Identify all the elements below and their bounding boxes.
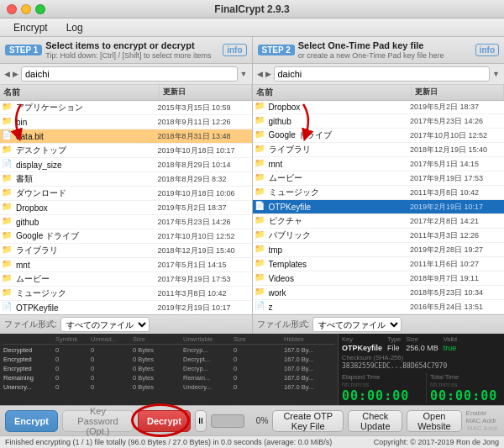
stat-cell: 0 Bytes (133, 383, 183, 391)
list-item[interactable]: 📁パブリック2011年3月3日 12:26 (253, 229, 505, 243)
list-item[interactable]: 📁mnt2017年5月1日 14:15 (0, 258, 252, 272)
list-item[interactable]: 📁ピクチャ2017年2月8日 14:21 (253, 214, 505, 229)
list-item[interactable]: 📁Dropbox2019年5月2日 18:37 (253, 101, 505, 114)
folder-icon: 📁 (2, 102, 13, 113)
file-date: 2019年2月28日 19:27 (410, 245, 502, 256)
step2-type-select[interactable]: すべてのファイル (312, 317, 402, 332)
key-password-button[interactable]: Key Password (Opt.) (62, 410, 134, 432)
step2-forward-icon[interactable]: ▶ (265, 70, 271, 78)
folder-icon: 📁 (2, 245, 13, 256)
file-icon: 📄 (2, 130, 13, 142)
decrypt-button[interactable]: Decrypt (138, 410, 191, 432)
stat-cell: 167.0 By... (284, 356, 334, 363)
list-item[interactable]: 📄OTPKeyfile2019年2月19日 10:17 (253, 200, 505, 214)
file-date: 2011年3月8日 10:42 (158, 288, 250, 299)
step1-location-bar: ◀ ▶ ▼ (0, 64, 252, 85)
list-item[interactable]: 📄OTPKeyfile2019年2月19日 10:17 (0, 301, 252, 314)
file-date: 2019年10月18日 10:06 (158, 188, 250, 199)
key-size-value: 256.0 MB (406, 344, 438, 352)
stats-info-panel: Symlink Unread... Size Unwritable Size H… (0, 334, 504, 405)
file-name: デスクトップ (16, 145, 158, 156)
list-item[interactable]: 📁ライブラリ2018年12月19日 15:40 (253, 143, 505, 157)
list-item[interactable]: 📁ムービー2017年9月19日 17:53 (253, 171, 505, 186)
step2-file-list[interactable]: 📁アプリケーション2015年3月15日 10:59📁bin2018年9月11日 … (253, 101, 505, 314)
list-item[interactable]: 📄data.bit2018年8月31日 13:48 (0, 129, 252, 144)
step2-info[interactable]: info (475, 44, 499, 56)
list-item[interactable]: 📁github2017年5月23日 14:26 (0, 215, 252, 229)
list-item[interactable]: 📁書類2018年8月29日 8:32 (0, 172, 252, 187)
list-item[interactable]: 📁Dropbox2019年5月2日 18:37 (0, 201, 252, 215)
list-item[interactable]: 📁tmp2019年2月28日 19:27 (253, 243, 505, 257)
list-item[interactable]: 📁Google ドライブ2017年10月10日 12:52 (0, 229, 252, 244)
status-bar: Finished encrypting (1 / 1) file totally… (0, 435, 504, 448)
step1-info[interactable]: info (223, 44, 246, 56)
step2-back-icon[interactable]: ◀ (257, 70, 263, 78)
list-item[interactable]: 📁ライブラリ2018年12月19日 15:40 (0, 244, 252, 258)
folder-icon: 📁 (255, 158, 266, 170)
file-name: Dropbox (269, 103, 411, 112)
pause-button[interactable]: ⏸ (195, 410, 207, 432)
list-item[interactable]: 📁work2018年5月23日 10:34 (253, 286, 505, 300)
step1-header: STEP 1 Select items to encrypt or decryp… (0, 37, 252, 64)
stat-cell: Encrypted (3, 365, 55, 372)
list-item[interactable]: 📄display_size2018年8月29日 10:14 (0, 158, 252, 172)
close-button[interactable] (7, 4, 17, 14)
stat-cell: 167.0 By... (284, 365, 334, 372)
stat-cell: Encrypted (3, 356, 55, 363)
list-item[interactable]: 📁Templates2011年1月6日 10:27 (253, 257, 505, 271)
step2-dropdown-icon[interactable]: ▼ (492, 70, 500, 78)
minimize-button[interactable] (21, 4, 31, 14)
list-item[interactable]: 📁デスクトップ2019年10月18日 10:17 (0, 144, 252, 158)
list-item[interactable]: 📁ムービー2017年9月19日 17:53 (0, 272, 252, 287)
encrypt-button[interactable]: Encrypt (5, 410, 58, 432)
step1-location-input[interactable] (21, 66, 238, 82)
folder-icon: 📁 (255, 115, 266, 127)
stats-row: Remaining000 BytesRemain...0167.0 By... (3, 373, 334, 382)
open-website-button[interactable]: Open Website (407, 410, 461, 432)
list-item[interactable]: 📁github2017年5月23日 14:26 (253, 114, 505, 129)
step1-forward-icon[interactable]: ▶ (13, 70, 18, 78)
stat-cell: 0 (55, 383, 91, 391)
list-item[interactable]: 📄z2016年5月24日 13:51 (253, 300, 505, 314)
step1-type-select[interactable]: すべてのファイル (60, 317, 150, 332)
key-info-left: Key OTPKeyfile (342, 335, 382, 352)
stat-cell: 167.0 By... (284, 346, 334, 354)
timers: Elapsed Time hh:mm:ss 00:00:00 Total Tim… (342, 373, 504, 403)
file-date: 2018年12月19日 15:40 (158, 245, 250, 256)
list-item[interactable]: 📁mnt2017年5月1日 14:15 (253, 157, 505, 171)
step1-back-icon[interactable]: ◀ (4, 70, 10, 78)
list-item[interactable]: 📁ミュージック2011年3月8日 10:42 (0, 287, 252, 301)
file-name: ダウンロード (16, 187, 158, 199)
list-item[interactable]: 📁Videos2018年9月7日 19:11 (253, 271, 505, 286)
main-content: STEP 1 Select items to encrypt or decryp… (0, 37, 504, 448)
list-item[interactable]: 📁ダウンロード2019年10月18日 10:06 (0, 187, 252, 201)
step1-dropdown-icon[interactable]: ▼ (240, 70, 248, 78)
window-controls[interactable] (7, 4, 45, 14)
create-otp-button[interactable]: Create OTP Key File (272, 410, 344, 432)
menu-log[interactable]: Log (58, 20, 92, 35)
step1-file-list[interactable]: 📁アプリケーション2015年3月15日 10:59📁bin2018年9月11日 … (0, 101, 252, 314)
folder-icon: 📁 (255, 172, 266, 184)
file-name: Google ドライブ (16, 230, 158, 242)
stat-cell: 0 (234, 346, 284, 354)
file-date: 2016年5月24日 13:51 (410, 302, 502, 313)
file-name: パブリック (269, 229, 411, 241)
step2-subheader: or create a new One-Time Pad key file he… (298, 51, 472, 60)
list-item[interactable]: 📁アプリケーション2015年3月15日 10:59 (0, 101, 252, 115)
step2-location-bar: ◀ ▶ ▼ (253, 64, 505, 85)
menu-encrypt[interactable]: Encrypt (5, 20, 56, 35)
step2-location-input[interactable] (274, 66, 491, 82)
folder-icon: 📁 (2, 202, 13, 213)
stats-row: Encrypted000 BytesDecryp...0167.0 By... (3, 364, 334, 373)
check-update-button[interactable]: Check Update (348, 410, 402, 432)
file-name: ピクチャ (269, 215, 411, 227)
list-item[interactable]: 📁ミュージック2011年3月8日 10:42 (253, 186, 505, 200)
list-item[interactable]: 📁bin2018年9月11日 12:26 (0, 115, 252, 129)
progress-bar (211, 414, 244, 428)
stat-cell: Decrypt... (183, 356, 234, 363)
stat-cell: Unencry... (3, 383, 55, 391)
list-item[interactable]: 📁Google ドライブ2017年10月10日 12:52 (253, 129, 505, 143)
file-icon: 📄 (2, 159, 13, 171)
maximize-button[interactable] (35, 4, 45, 14)
checksum-value: 38382559CEDC...B8D654C7970 (342, 362, 504, 370)
